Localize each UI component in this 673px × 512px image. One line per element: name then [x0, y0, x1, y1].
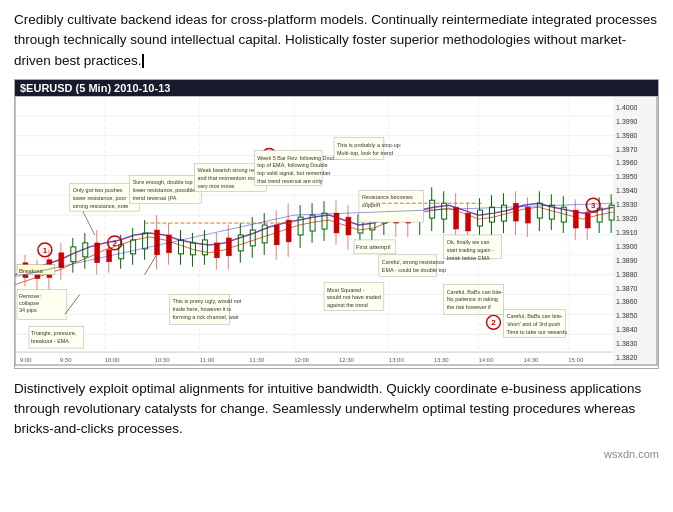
svg-text:Careful, BaBs can bite-: Careful, BaBs can bite-	[506, 313, 563, 319]
chart-body[interactable]: 1.4000 1.3990 1.3980 1.3970 1.3960 1.395…	[15, 96, 658, 366]
svg-text:34 pips: 34 pips	[19, 307, 37, 313]
svg-text:3: 3	[591, 201, 596, 210]
svg-text:14:30: 14:30	[523, 357, 539, 363]
svg-rect-90	[525, 207, 530, 223]
top-paragraph: Credibly cultivate backend ideas for cro…	[0, 0, 673, 79]
svg-text:1.3820: 1.3820	[616, 354, 637, 361]
svg-text:1.3860: 1.3860	[616, 298, 637, 305]
svg-text:breakout - EMA: breakout - EMA	[31, 338, 69, 344]
svg-text:1.3870: 1.3870	[616, 284, 637, 291]
svg-text:This is probably a stop-up:: This is probably a stop-up:	[337, 141, 402, 147]
svg-rect-69	[334, 213, 339, 233]
svg-text:1.3990: 1.3990	[616, 118, 637, 125]
credit-text: wsxdn.com	[604, 448, 659, 460]
svg-text:trend reversal (PA: trend reversal (PA	[133, 195, 177, 201]
svg-rect-42	[59, 253, 64, 268]
svg-text:Sure enough, double top: Sure enough, double top	[133, 179, 193, 185]
svg-text:very nice move: very nice move	[197, 183, 234, 189]
svg-text:This is pretty ugly, would not: This is pretty ugly, would not	[173, 298, 242, 304]
svg-text:start trading again -: start trading again -	[447, 247, 494, 253]
svg-rect-60	[226, 238, 231, 256]
svg-text:1.3970: 1.3970	[616, 145, 637, 152]
svg-text:1: 1	[43, 246, 48, 255]
svg-text:11:30: 11:30	[249, 357, 265, 363]
svg-rect-54	[167, 235, 172, 253]
svg-text:No patience in taking: No patience in taking	[447, 296, 498, 302]
chart-title: $EURUSD (5 Min) 2010-10-13	[20, 82, 170, 94]
top-text-content: Credibly cultivate backend ideas for cro…	[14, 12, 657, 68]
svg-text:1.3980: 1.3980	[616, 131, 637, 138]
svg-text:Triangle, pressure,: Triangle, pressure,	[31, 330, 77, 336]
svg-text:the risk however if: the risk however if	[447, 304, 492, 310]
svg-text:EMA - could be double top: EMA - could be double top	[382, 266, 446, 272]
svg-text:lower resistance, poor: lower resistance, poor	[73, 195, 127, 201]
svg-text:that trend reversal are only: that trend reversal are only	[257, 178, 322, 184]
svg-rect-63	[274, 225, 279, 245]
svg-text:top of EMA, following Double: top of EMA, following Double	[257, 162, 327, 168]
svg-text:1.3950: 1.3950	[616, 173, 637, 180]
svg-text:Most Squared -: Most Squared -	[327, 286, 365, 292]
svg-rect-96	[585, 213, 590, 228]
svg-text:Careful, strong resistance: Careful, strong resistance	[382, 259, 444, 265]
svg-text:Only got two pushes: Only got two pushes	[73, 187, 123, 193]
svg-text:1.3880: 1.3880	[616, 270, 637, 277]
svg-text:1.3830: 1.3830	[616, 340, 637, 347]
svg-text:Careful, BaBs can bite-: Careful, BaBs can bite-	[447, 288, 504, 294]
svg-text:1.3890: 1.3890	[616, 257, 637, 264]
svg-text:'short' and of 3rd push: 'short' and of 3rd push	[506, 321, 560, 327]
svg-text:1.4000: 1.4000	[616, 104, 637, 111]
svg-text:14:00: 14:00	[479, 357, 495, 363]
svg-text:strong resistance, note: strong resistance, note	[73, 203, 128, 209]
svg-text:1.3920: 1.3920	[616, 215, 637, 222]
bottom-paragraph: Distinctively exploit optimal alignments…	[0, 369, 673, 448]
svg-text:Week 5 Bar Rev. following Doub: Week 5 Bar Rev. following Double	[257, 154, 340, 160]
svg-text:Remove:: Remove:	[19, 293, 41, 299]
svg-rect-51	[155, 230, 160, 255]
svg-rect-93	[573, 210, 578, 228]
svg-text:First attempt!: First attempt!	[356, 244, 391, 250]
svg-text:Time to take our rewards: Time to take our rewards	[506, 329, 567, 335]
chart-container: $EURUSD (5 Min) 2010-10-13 1.4000 1.3990…	[14, 79, 659, 369]
svg-rect-72	[346, 217, 351, 235]
credit-line: wsxdn.com	[0, 448, 673, 466]
svg-text:Ok, finally we can: Ok, finally we can	[447, 239, 490, 245]
svg-text:2: 2	[112, 239, 117, 248]
svg-text:Resistance becomes: Resistance becomes	[362, 194, 413, 200]
svg-text:9:00: 9:00	[20, 357, 32, 363]
svg-text:12:30: 12:30	[339, 357, 355, 363]
svg-text:trade here, however it is: trade here, however it is	[173, 306, 232, 312]
svg-text:15:00: 15:00	[568, 357, 584, 363]
svg-text:10:30: 10:30	[155, 357, 171, 363]
svg-text:lower resistance, possible: lower resistance, possible	[133, 187, 196, 193]
svg-text:13:00: 13:00	[389, 357, 405, 363]
svg-text:1.3900: 1.3900	[616, 243, 637, 250]
svg-rect-81	[454, 207, 459, 229]
svg-text:against the trend: against the trend	[327, 302, 368, 308]
svg-rect-84	[466, 213, 471, 231]
svg-text:collapse: collapse	[19, 300, 39, 306]
svg-rect-45	[95, 243, 100, 263]
svg-text:1.3850: 1.3850	[616, 312, 637, 319]
svg-text:break below EMA: break below EMA	[447, 255, 490, 261]
svg-text:13:30: 13:30	[434, 357, 450, 363]
svg-text:1.3840: 1.3840	[616, 326, 637, 333]
svg-text:9:30: 9:30	[60, 357, 72, 363]
svg-text:1.3960: 1.3960	[616, 159, 637, 166]
svg-text:would not have traded: would not have traded	[326, 294, 381, 300]
svg-text:1.3930: 1.3930	[616, 201, 637, 208]
chart-header: $EURUSD (5 Min) 2010-10-13	[15, 80, 658, 96]
svg-text:2: 2	[491, 318, 496, 327]
svg-text:1.3940: 1.3940	[616, 187, 637, 194]
svg-text:forming a tick channel, wait: forming a tick channel, wait	[173, 314, 240, 320]
svg-rect-87	[513, 203, 518, 221]
bottom-text-content: Distinctively exploit optimal alignments…	[14, 381, 641, 437]
svg-rect-57	[214, 243, 219, 258]
svg-text:Multi-top, look for trend: Multi-top, look for trend	[337, 149, 393, 155]
svg-text:11:00: 11:00	[199, 357, 215, 363]
svg-text:10:00: 10:00	[105, 357, 121, 363]
svg-text:1.3910: 1.3910	[616, 229, 637, 236]
svg-text:12:00: 12:00	[294, 357, 310, 363]
